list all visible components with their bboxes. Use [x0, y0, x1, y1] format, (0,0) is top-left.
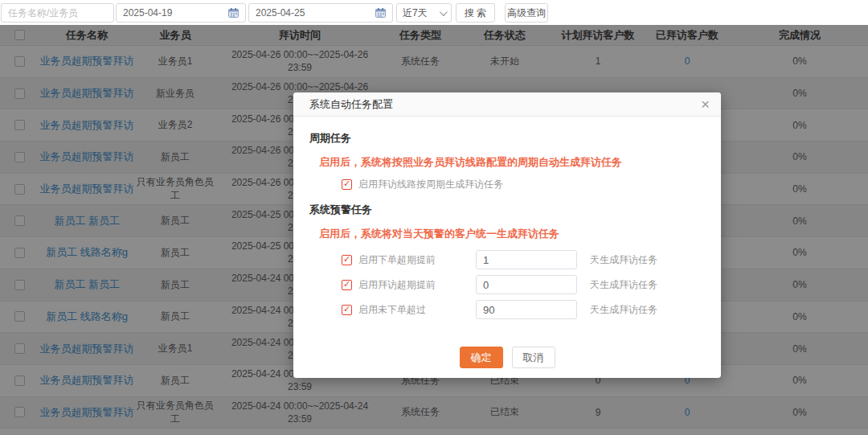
enable-no-order-checkbox[interactable]: [342, 305, 352, 315]
filter-toolbar: 2025-04-19 2025-04-25 近7天: [0, 0, 868, 25]
order-overdue-label: 启用下单超期提前: [358, 253, 476, 267]
dialog-footer: 确定 取消: [293, 347, 721, 368]
confirm-button[interactable]: 确定: [460, 347, 503, 368]
enable-order-overdue-checkbox[interactable]: [342, 255, 352, 265]
enable-visit-overdue-checkbox[interactable]: [342, 280, 352, 290]
visit-overdue-row: 启用拜访超期提前 天生成拜访任务: [342, 275, 705, 294]
order-overdue-days-input[interactable]: [476, 250, 577, 269]
cancel-button[interactable]: 取消: [512, 347, 555, 368]
search-button[interactable]: 搜 索: [456, 3, 495, 23]
date-range-value: 近7天: [403, 6, 428, 20]
no-order-label: 启用未下单超过: [358, 303, 476, 317]
warning-task-notice: 启用后，系统将对当天预警的客户统一生成拜访任务: [319, 227, 705, 241]
date-from-field[interactable]: 2025-04-19: [116, 3, 246, 23]
calendar-icon: [228, 8, 239, 18]
visit-overdue-suffix: 天生成拜访任务: [590, 278, 657, 292]
order-overdue-suffix: 天生成拜访任务: [590, 253, 657, 267]
warning-task-heading: 系统预警任务: [309, 203, 705, 217]
dialog-body: 周期任务 启用后，系统将按照业务员拜访线路配置的周期自动生成拜访任务 启用拜访线…: [293, 117, 721, 378]
search-input[interactable]: [1, 3, 114, 23]
cycle-task-notice: 启用后，系统将按照业务员拜访线路配置的周期自动生成拜访任务: [319, 155, 705, 170]
enable-route-cycle-label: 启用拜访线路按周期生成拜访任务: [358, 178, 503, 191]
no-order-row: 启用未下单超过 天生成拜访任务: [342, 300, 705, 319]
no-order-days-input[interactable]: [476, 300, 577, 319]
auto-task-config-dialog: 系统自动任务配置 × 周期任务 启用后，系统将按照业务员拜访线路配置的周期自动生…: [293, 92, 721, 378]
no-order-suffix: 天生成拜访任务: [590, 303, 657, 317]
close-icon[interactable]: ×: [701, 96, 710, 112]
order-overdue-row: 启用下单超期提前 天生成拜访任务: [342, 250, 705, 269]
dialog-title: 系统自动任务配置: [309, 97, 393, 112]
date-range-select[interactable]: 近7天: [396, 3, 452, 23]
advanced-query-button[interactable]: 高级查询: [505, 3, 548, 23]
date-to-value: 2025-04-25: [256, 7, 375, 18]
cycle-task-checkbox-row: 启用拜访线路按周期生成拜访任务: [342, 178, 705, 191]
visit-overdue-days-input[interactable]: [476, 275, 577, 294]
date-to-field[interactable]: 2025-04-25: [248, 3, 393, 23]
visit-overdue-label: 启用拜访超期提前: [358, 278, 476, 292]
dialog-header: 系统自动任务配置 ×: [293, 92, 721, 117]
chevron-down-icon: [440, 8, 448, 16]
calendar-icon: [375, 8, 386, 18]
enable-route-cycle-checkbox[interactable]: [342, 179, 352, 190]
cycle-task-heading: 周期任务: [309, 131, 705, 146]
date-from-value: 2025-04-19: [123, 7, 228, 18]
app-window: 2025-04-19 2025-04-25 近7天: [0, 0, 868, 435]
